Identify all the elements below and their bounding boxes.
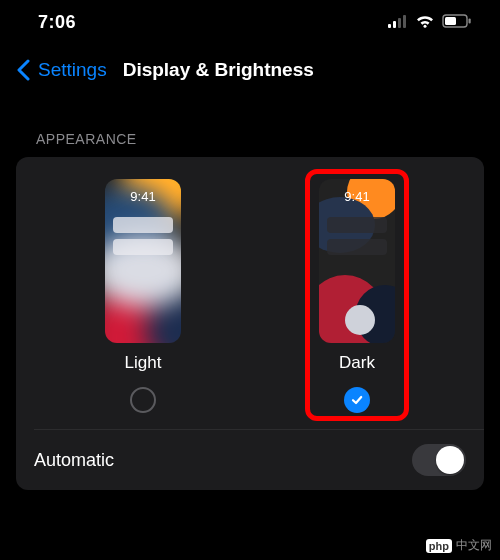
appearance-row: 9:41 Light 9:41 — [16, 157, 484, 429]
light-label: Light — [125, 353, 162, 373]
svg-point-4 — [424, 24, 427, 27]
svg-rect-7 — [469, 18, 471, 23]
svg-rect-6 — [445, 17, 456, 25]
watermark-text: 中文网 — [456, 537, 492, 554]
svg-rect-2 — [398, 18, 401, 28]
back-chevron-icon[interactable] — [16, 59, 30, 81]
status-time: 7:06 — [38, 12, 76, 33]
dark-widget — [327, 239, 387, 255]
svg-rect-1 — [393, 21, 396, 28]
dark-label: Dark — [339, 353, 375, 373]
light-radio[interactable] — [130, 387, 156, 413]
automatic-switch[interactable] — [412, 444, 466, 476]
svg-rect-3 — [403, 15, 406, 28]
appearance-panel: 9:41 Light 9:41 — [16, 157, 484, 490]
automatic-label: Automatic — [34, 450, 114, 471]
watermark: php 中文网 — [426, 537, 492, 554]
wifi-icon — [415, 14, 435, 32]
appearance-option-light[interactable]: 9:41 Light — [105, 179, 181, 413]
status-icons — [388, 14, 472, 32]
dark-preview-time: 9:41 — [319, 189, 395, 204]
light-preview: 9:41 — [105, 179, 181, 343]
nav-bar: Settings Display & Brightness — [0, 37, 500, 99]
light-widget — [113, 217, 173, 233]
svg-rect-0 — [388, 24, 391, 28]
cellular-icon — [388, 14, 408, 32]
dark-radio[interactable] — [344, 387, 370, 413]
dark-preview: 9:41 — [319, 179, 395, 343]
watermark-logo: php — [426, 539, 452, 553]
back-button[interactable]: Settings — [38, 59, 107, 81]
automatic-row: Automatic — [16, 430, 484, 490]
light-preview-time: 9:41 — [105, 189, 181, 204]
battery-icon — [442, 14, 472, 32]
dark-widget — [327, 217, 387, 233]
appearance-option-dark[interactable]: 9:41 Dark — [319, 179, 395, 413]
page-title: Display & Brightness — [123, 59, 314, 81]
switch-knob — [436, 446, 464, 474]
light-widget — [113, 239, 173, 255]
status-bar: 7:06 — [0, 0, 500, 37]
appearance-section-header: APPEARANCE — [0, 99, 500, 157]
